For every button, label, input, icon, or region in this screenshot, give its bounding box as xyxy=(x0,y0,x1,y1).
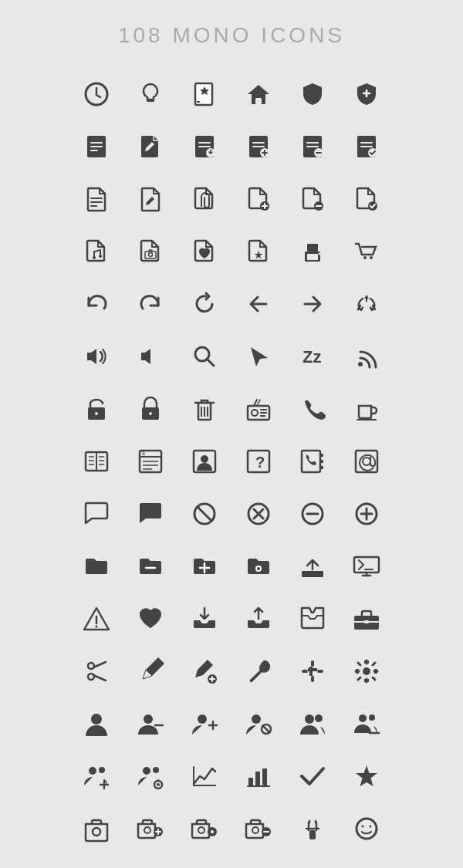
camera-settings-icon[interactable] xyxy=(181,806,228,852)
scissors-icon[interactable] xyxy=(73,648,120,694)
briefcase-icon[interactable] xyxy=(343,596,390,642)
help-icon[interactable]: ? xyxy=(235,438,282,485)
phone-book-icon[interactable] xyxy=(289,438,336,485)
contact-icon[interactable] xyxy=(181,438,228,485)
download-inbox-icon[interactable] xyxy=(181,596,228,642)
users-add-icon[interactable] xyxy=(73,753,120,799)
playing-card-icon[interactable] xyxy=(181,71,228,117)
home-icon[interactable] xyxy=(235,71,282,117)
users-remove-icon[interactable] xyxy=(343,701,390,747)
document-attach-icon[interactable] xyxy=(181,123,228,170)
print-icon[interactable] xyxy=(289,228,336,275)
inbox-icon[interactable] xyxy=(289,596,336,642)
folder-add-icon[interactable] xyxy=(181,543,228,589)
page-remove-icon[interactable] xyxy=(289,176,336,222)
shield-add-icon[interactable] xyxy=(343,71,390,117)
heart-icon[interactable] xyxy=(127,596,174,642)
arrow-right-icon[interactable] xyxy=(289,281,336,327)
plug-icon[interactable] xyxy=(289,806,336,852)
at-icon[interactable] xyxy=(343,438,390,485)
svg-point-145 xyxy=(89,767,96,775)
tool-icon[interactable] xyxy=(289,648,336,694)
chat-icon[interactable] xyxy=(127,491,174,537)
svg-point-164 xyxy=(198,827,204,833)
user-remove-icon[interactable] xyxy=(127,701,174,747)
user-icon[interactable] xyxy=(73,701,120,747)
sleep-icon[interactable]: Zz xyxy=(289,333,336,380)
close-icon[interactable] xyxy=(235,491,282,537)
document-add-icon[interactable] xyxy=(235,123,282,170)
mail-add-icon[interactable] xyxy=(289,858,336,868)
camera-add-icon[interactable] xyxy=(127,806,174,852)
music-file-icon[interactable] xyxy=(73,228,120,275)
page-add-icon[interactable] xyxy=(235,176,282,222)
camera-remove-icon[interactable] xyxy=(235,806,282,852)
folder-settings-icon[interactable] xyxy=(235,543,282,589)
camera-icon[interactable] xyxy=(73,806,120,852)
clock-icon[interactable] xyxy=(73,71,120,117)
user-block-icon[interactable] xyxy=(235,701,282,747)
undo-icon[interactable] xyxy=(73,281,120,327)
ban-icon[interactable] xyxy=(181,491,228,537)
chart-bar-icon[interactable] xyxy=(235,753,282,799)
upload-outbox-icon[interactable] xyxy=(235,596,282,642)
users-icon[interactable] xyxy=(289,701,336,747)
invoice-icon[interactable]: $ xyxy=(127,438,174,485)
document-icon[interactable] xyxy=(73,123,120,170)
page-attach-icon[interactable] xyxy=(181,176,228,222)
upload-icon[interactable] xyxy=(289,543,336,589)
document-edit-icon[interactable] xyxy=(127,123,174,170)
comment-icon[interactable] xyxy=(73,491,120,537)
folder-icon[interactable] xyxy=(73,543,120,589)
arrow-left-icon[interactable] xyxy=(235,281,282,327)
monitor-icon[interactable] xyxy=(343,543,390,589)
rss-icon[interactable] xyxy=(343,333,390,380)
pencil-icon[interactable] xyxy=(127,648,174,694)
volume-mute-icon[interactable] xyxy=(127,333,174,380)
volume-up-icon[interactable] xyxy=(73,333,120,380)
search-icon[interactable] xyxy=(181,333,228,380)
recycle-icon[interactable] xyxy=(343,281,390,327)
page-icon[interactable] xyxy=(73,176,120,222)
radio-icon[interactable] xyxy=(235,386,282,432)
lock-icon[interactable] xyxy=(127,386,174,432)
mail-forward-icon[interactable] xyxy=(181,858,228,868)
page-edit-icon[interactable] xyxy=(127,176,174,222)
user-add-icon[interactable] xyxy=(181,701,228,747)
chart-line-icon[interactable] xyxy=(181,753,228,799)
shield-icon[interactable] xyxy=(289,71,336,117)
mail-block-icon[interactable] xyxy=(127,858,174,868)
redo-icon[interactable] xyxy=(127,281,174,327)
mail-remove-icon[interactable] xyxy=(235,858,282,868)
heart-file-icon[interactable] xyxy=(181,228,228,275)
warning-icon[interactable] xyxy=(73,596,120,642)
document-remove-icon[interactable] xyxy=(289,123,336,170)
plus-icon[interactable] xyxy=(343,491,390,537)
wrench-icon[interactable] xyxy=(235,648,282,694)
mail-open-icon[interactable] xyxy=(343,858,390,868)
coffee-icon[interactable] xyxy=(343,386,390,432)
trash-icon[interactable] xyxy=(181,386,228,432)
camera-file-icon[interactable] xyxy=(127,228,174,275)
star-file-icon[interactable] xyxy=(235,228,282,275)
svg-point-91 xyxy=(363,458,370,465)
lightbulb-icon[interactable] xyxy=(127,71,174,117)
book-icon[interactable] xyxy=(73,438,120,485)
refresh-icon[interactable] xyxy=(181,281,228,327)
cart-icon[interactable] xyxy=(343,228,390,275)
lock-open-icon[interactable] xyxy=(73,386,120,432)
folder-remove-icon[interactable] xyxy=(127,543,174,589)
cursor-icon[interactable] xyxy=(235,333,282,380)
gear-icon[interactable] xyxy=(343,648,390,694)
phone-icon[interactable] xyxy=(289,386,336,432)
pencil-add-icon[interactable] xyxy=(181,648,228,694)
minus-icon[interactable] xyxy=(289,491,336,537)
mail-icon[interactable] xyxy=(73,858,120,868)
star-icon[interactable] xyxy=(343,753,390,799)
checkmark-icon[interactable] xyxy=(289,753,336,799)
users-settings-icon[interactable] xyxy=(127,753,174,799)
document-check-icon[interactable] xyxy=(343,123,390,170)
page-check-icon[interactable] xyxy=(343,176,390,222)
svg-point-106 xyxy=(257,567,260,570)
smiley-icon[interactable] xyxy=(343,806,390,852)
